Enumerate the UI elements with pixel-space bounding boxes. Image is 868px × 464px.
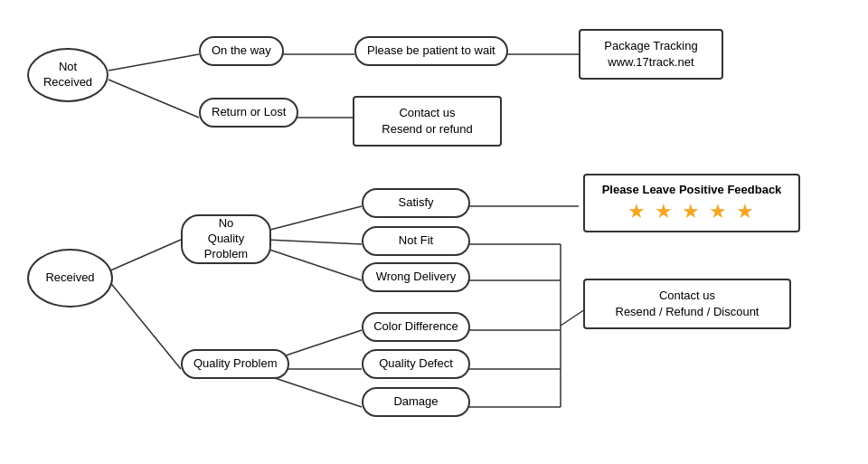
received-label: Received <box>45 270 94 286</box>
contact-resend-refund-label: Contact us Resend or refund <box>382 105 472 137</box>
received-node: Received <box>27 249 113 308</box>
svg-line-7 <box>267 206 362 231</box>
color-difference-node: Color Difference <box>362 312 470 342</box>
no-quality-problem-node: No Quality Problem <box>181 214 271 264</box>
wrong-delivery-node: Wrong Delivery <box>362 262 470 292</box>
svg-line-6 <box>108 280 181 369</box>
on-the-way-node: On the way <box>199 36 284 66</box>
feedback-box: Please Leave Positive Feedback ★ ★ ★ ★ ★ <box>583 174 800 232</box>
svg-line-0 <box>108 54 199 71</box>
quality-problem-node: Quality Problem <box>181 349 289 379</box>
patient-wait-node: Please be patient to wait <box>354 36 508 66</box>
return-or-lost-node: Return or Lost <box>199 98 298 128</box>
quality-problem-label: Quality Problem <box>193 356 277 372</box>
patient-wait-label: Please be patient to wait <box>367 43 495 59</box>
feedback-label: Please Leave Positive Feedback <box>598 183 786 196</box>
not-fit-node: Not Fit <box>362 226 470 256</box>
on-the-way-label: On the way <box>212 43 271 59</box>
no-quality-problem-label: No Quality Problem <box>192 216 260 262</box>
contact-resend-refund-discount-node: Contact us Resend / Refund / Discount <box>583 279 791 329</box>
quality-defect-label: Quality Defect <box>379 356 453 372</box>
satisfy-node: Satisfy <box>362 188 470 218</box>
quality-defect-node: Quality Defect <box>362 349 470 379</box>
svg-line-8 <box>267 240 362 244</box>
package-tracking-node: Package Tracking www.17track.net <box>579 29 723 80</box>
not-received-node: Not Received <box>27 48 108 102</box>
stars-display: ★ ★ ★ ★ ★ <box>598 200 786 223</box>
svg-line-9 <box>267 249 362 280</box>
not-fit-label: Not Fit <box>399 233 433 249</box>
return-or-lost-label: Return or Lost <box>212 105 286 120</box>
not-received-label: Not Received <box>43 60 92 90</box>
damage-node: Damage <box>362 387 470 417</box>
svg-line-5 <box>108 240 181 271</box>
contact-resend-refund-node: Contact us Resend or refund <box>353 96 502 147</box>
contact-resend-refund-discount-label: Contact us Resend / Refund / Discount <box>616 288 760 320</box>
color-difference-label: Color Difference <box>373 319 458 335</box>
svg-line-12 <box>267 375 362 407</box>
damage-label: Damage <box>393 394 438 410</box>
satisfy-label: Satisfy <box>398 195 433 211</box>
package-tracking-label: Package Tracking www.17track.net <box>604 38 697 71</box>
svg-line-1 <box>108 80 199 118</box>
wrong-delivery-label: Wrong Delivery <box>376 270 457 285</box>
